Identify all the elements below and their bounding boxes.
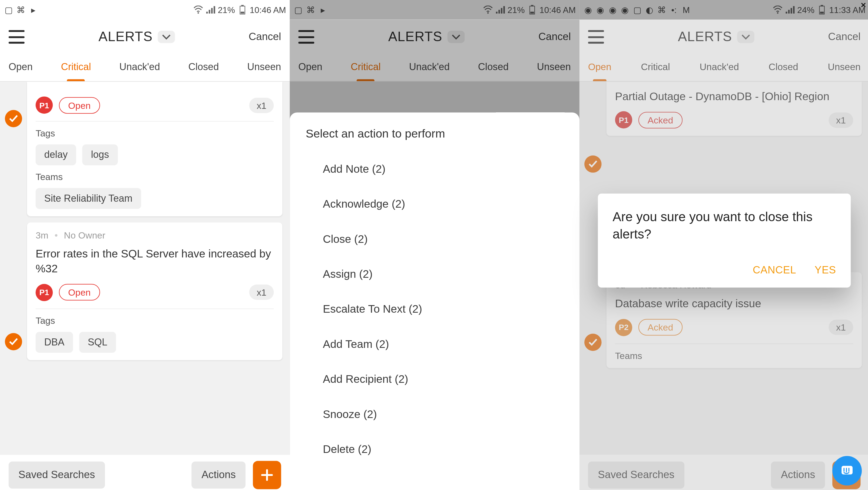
action-escalate[interactable]: Escalate To Next (2) [306,292,563,327]
status-time: 10:46 AM [539,5,576,15]
voicemail-icon: ⌘ [657,5,666,15]
clock-icon: ◐ [645,5,654,15]
signal-icon [206,5,215,15]
dialog-yes-button[interactable]: YES [814,264,836,276]
priority-badge: P1 [36,96,53,114]
action-delete[interactable]: Delete (2) [306,432,563,467]
svg-rect-23 [820,12,824,13]
status-time: 11:33 AM [829,5,865,15]
close-icon[interactable]: ✕ [861,1,866,9]
svg-rect-20 [793,6,795,13]
tab-critical[interactable]: Critical [61,54,91,81]
image-icon: ▢ [293,5,303,15]
confirm-dialog: Are you sure you want to close this aler… [598,194,851,288]
svg-rect-22 [821,5,823,6]
cancel-button[interactable]: Cancel [248,31,281,43]
tag-chip[interactable]: logs [83,144,118,165]
tag-chip[interactable]: DBA [36,332,73,352]
notif-icon: ◉ [583,5,593,15]
tab-unacked[interactable]: Unack'ed [119,54,160,81]
more-icon: •: [669,5,679,15]
svg-rect-17 [785,12,787,13]
svg-rect-14 [531,5,533,6]
dialog-cancel-button[interactable]: CANCEL [753,264,796,276]
battery-percent: 21% [218,5,235,15]
intercom-chat-button[interactable] [832,456,862,485]
action-add-note[interactable]: Add Note (2) [306,152,563,187]
status-time: 10:46 AM [250,5,286,15]
app-icon: ▸ [318,5,328,15]
bottom-toolbar: Saved Searches Actions [0,455,289,490]
svg-rect-7 [240,12,244,13]
action-acknowledge[interactable]: Acknowledge (2) [306,187,563,222]
svg-rect-6 [241,5,244,6]
action-assign[interactable]: Assign (2) [306,257,563,292]
team-chip[interactable]: Site Reliability Team [36,188,141,209]
app-icon: ▸ [28,5,38,15]
tab-open[interactable]: Open [9,54,33,81]
svg-rect-2 [209,10,210,13]
selection-check-icon[interactable] [5,110,22,127]
tag-chip[interactable]: SQL [79,332,116,352]
svg-rect-12 [503,6,505,13]
hamburger-icon[interactable] [9,30,25,44]
action-add-recipient[interactable]: Add Recipient (2) [306,362,563,397]
tab-unseen[interactable]: Unseen [247,54,281,81]
screen-alert-list: ▢ ⌘ ▸ 21% 10:46 AM ALERTS Cancel [0,0,289,490]
svg-rect-4 [214,6,215,13]
alert-card[interactable]: P1 Open x1 Tags delay logs Teams Site Re… [27,82,282,216]
status-bar: ▢ ⌘ ▸ 21% 10:46 AM [289,0,579,20]
svg-rect-18 [788,10,789,13]
battery-percent: 24% [797,5,814,15]
separator-dot: • [55,230,58,240]
tab-closed[interactable]: Closed [188,54,219,81]
tags-label: Tags [36,128,274,138]
action-snooze[interactable]: Snooze (2) [306,397,563,432]
teams-label: Teams [36,171,274,182]
sheet-title: Select an action to perform [306,127,563,141]
alert-card[interactable]: 3m • No Owner Error rates in the SQL Ser… [27,223,282,360]
wifi-icon [483,5,493,15]
dialog-message: Are you sure you want to close this aler… [613,208,836,243]
battery-percent: 21% [507,5,525,15]
screen-action-sheet: ▢ ⌘ ▸ 21% 10:46 AM ALERTS Cancel Open Cr… [289,0,579,490]
status-bar: ▢ ⌘ ▸ 21% 10:46 AM [0,0,289,20]
status-pill: Open [59,97,100,113]
action-close[interactable]: Close (2) [306,222,563,257]
wifi-icon [193,5,203,15]
svg-rect-9 [496,12,498,13]
image-icon: ▢ [4,5,13,15]
notif-icon: ◉ [595,5,605,15]
alert-list[interactable]: P1 Open x1 Tags delay logs Teams Site Re… [0,82,289,490]
app-header: ALERTS Cancel [0,20,289,54]
page-title[interactable]: ALERTS [98,29,175,45]
chevron-down-icon[interactable] [158,31,175,43]
battery-icon [817,5,827,15]
count-badge: x1 [249,97,274,113]
svg-rect-19 [790,8,792,13]
count-badge: x1 [249,285,274,300]
svg-point-8 [487,12,489,13]
selection-check-icon[interactable] [5,333,22,350]
svg-point-16 [777,12,778,13]
svg-rect-3 [211,8,213,13]
svg-rect-10 [498,10,500,13]
actions-button[interactable]: Actions [192,462,246,489]
tag-chip[interactable]: delay [36,144,76,165]
screen-confirm-dialog: ◉ ◉ ◉ ◉ ▢ ◐ ⌘ •: M 24% 11:33 AM ALERTS C… [580,0,868,490]
signal-icon [785,5,795,15]
battery-icon [527,5,537,15]
action-add-team[interactable]: Add Team (2) [306,327,563,362]
saved-searches-button[interactable]: Saved Searches [9,462,105,489]
filter-tabs: Open Critical Unack'ed Closed Unseen [0,54,289,82]
alert-owner: No Owner [64,230,105,240]
mail-icon: M [681,5,691,15]
alert-title: Error rates in the SQL Server have incre… [36,247,274,276]
battery-icon [238,5,247,15]
voicemail-icon: ⌘ [306,5,315,15]
svg-rect-15 [530,12,534,13]
add-fab-button[interactable] [253,461,281,489]
tags-label: Tags [36,315,274,326]
status-bar: ◉ ◉ ◉ ◉ ▢ ◐ ⌘ •: M 24% 11:33 AM [580,0,868,20]
svg-rect-1 [206,12,208,13]
